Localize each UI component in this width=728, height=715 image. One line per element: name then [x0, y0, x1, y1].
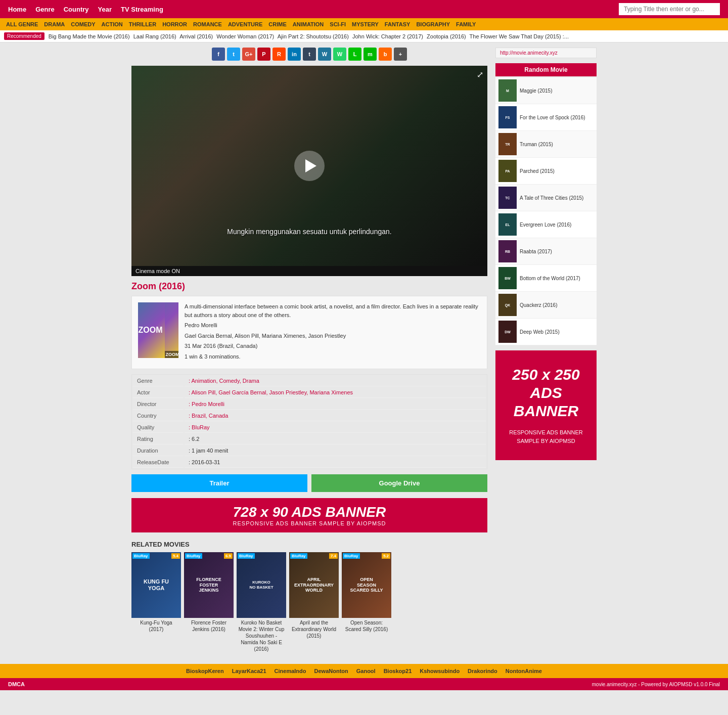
- rec-film-7[interactable]: The Flower We Saw That Day (2015) :...: [470, 33, 569, 39]
- genre-crime[interactable]: CRIME: [268, 21, 286, 27]
- director-label: Director: [133, 399, 184, 410]
- genre-mystery[interactable]: MYSTERY: [352, 21, 379, 27]
- random-thumb-3: PA: [498, 160, 517, 182]
- line-share-button[interactable]: L: [348, 48, 361, 61]
- footer-link-layarkaca21[interactable]: LayarKaca21: [232, 668, 266, 674]
- rec-film-6[interactable]: Zootopia (2016): [427, 33, 466, 39]
- random-movie-item-0[interactable]: M Maggie (2015): [495, 77, 597, 104]
- random-movie-name-1: For the Love of Spock (2016): [520, 114, 585, 121]
- genre-thriller[interactable]: THRILLER: [129, 21, 156, 27]
- genre-comedy[interactable]: COMEDY: [71, 21, 95, 27]
- whatsapp-share-button[interactable]: W: [333, 48, 346, 61]
- random-movie-name-0: Maggie (2015): [520, 87, 552, 94]
- random-thumb-9: DW: [498, 321, 517, 343]
- random-thumb-1: FS: [498, 106, 517, 128]
- video-player[interactable]: ⤢ Mungkin menggunakan sesuatu untuk perl…: [131, 66, 487, 266]
- rating-badge-4: 5.2: [382, 553, 390, 559]
- rec-film-0[interactable]: Big Bang Made the Movie (2016): [49, 33, 130, 39]
- random-movie-item-4[interactable]: TC A Tale of Three Cities (2015): [495, 185, 597, 211]
- quality-badge-0: BluRay: [132, 553, 150, 559]
- rating-badge-3: 7.4: [329, 553, 338, 559]
- random-movie-item-3[interactable]: PA Parched (2015): [495, 158, 597, 185]
- footer-link-notonanime[interactable]: NontonAnime: [506, 668, 542, 674]
- wordpress-share-button[interactable]: W: [318, 48, 331, 61]
- random-movie-item-1[interactable]: FS For the Love of Spock (2016): [495, 104, 597, 131]
- random-thumb-7: BW: [498, 267, 517, 289]
- twitter-share-button[interactable]: t: [227, 48, 240, 61]
- detail-duration-row: Duration : 1 jam 40 menit: [133, 445, 486, 456]
- genre-family[interactable]: FAMILY: [456, 21, 476, 27]
- rec-film-5[interactable]: John Wick: Chapter 2 (2017): [352, 33, 423, 39]
- footer-link-bioskop21[interactable]: Bioskop21: [384, 668, 412, 674]
- facebook-share-button[interactable]: f: [212, 48, 225, 61]
- genre-biography[interactable]: BIOGRAPHY: [416, 21, 450, 27]
- random-movie-item-5[interactable]: EL Evergreen Love (2016): [495, 211, 597, 238]
- more-share-button[interactable]: +: [394, 48, 407, 61]
- genre-fantasy[interactable]: FANTASY: [385, 21, 411, 27]
- nav-country[interactable]: Country: [64, 2, 89, 17]
- genre-drama[interactable]: DRAMA: [44, 21, 65, 27]
- random-thumb-5: EL: [498, 213, 517, 236]
- nav-tvstreaming[interactable]: TV Streaming: [121, 2, 163, 17]
- random-movie-name-9: Deep Web (2015): [520, 329, 560, 335]
- nav-year[interactable]: Year: [98, 2, 112, 17]
- dmca-link[interactable]: DMCA: [8, 681, 25, 687]
- genre-animation[interactable]: ANIMATION: [293, 21, 324, 27]
- linkedin-share-button[interactable]: in: [288, 48, 301, 61]
- random-movie-item-6[interactable]: RB Raabta (2017): [495, 238, 597, 265]
- footer-link-kshowsubindo[interactable]: Kshowsubindo: [420, 668, 460, 674]
- pinterest-share-button[interactable]: P: [257, 48, 270, 61]
- expand-icon[interactable]: ⤢: [477, 70, 483, 79]
- trailer-button[interactable]: Trailer: [131, 474, 307, 492]
- video-subtitle: Mungkin menggunakan sesuatu untuk perlin…: [227, 228, 391, 236]
- genre-adventure[interactable]: ADVENTURE: [228, 21, 262, 27]
- random-movie-item-7[interactable]: BW Bottom of the World (2017): [495, 265, 597, 292]
- rating-label: Rating: [133, 434, 184, 444]
- random-thumb-6: RB: [498, 240, 517, 262]
- movie-description: A multi-dimensional interface between a …: [185, 302, 481, 363]
- random-movie-item-8[interactable]: QK Quackerz (2016): [495, 292, 597, 319]
- wechat-share-button[interactable]: m: [363, 48, 377, 61]
- recommended-bar: Recommended Big Bang Made the Movie (201…: [0, 30, 728, 42]
- related-card-3[interactable]: APRILEXTRAORDINARYWORLD BluRay 7.4 April…: [289, 552, 339, 654]
- movie-poster: ZOOM ZOOM: [138, 302, 178, 358]
- movie-awards: 1 win & 3 nominations.: [185, 352, 481, 361]
- random-movie-name-5: Evergreen Love (2016): [520, 221, 571, 228]
- genre-romance[interactable]: ROMANCE: [193, 21, 222, 27]
- detail-country-row: Country : Brazil, Canada: [133, 411, 486, 421]
- related-card-1[interactable]: FLORENCEFOSTERJENKINS BluRay 6.9 Florenc…: [184, 552, 234, 654]
- genre-action[interactable]: ACTION: [102, 21, 123, 27]
- search-input[interactable]: [619, 3, 720, 15]
- genre-all[interactable]: ALL GENRE: [6, 21, 38, 27]
- sidebar-ads-small-text: RESPONSIVE ADS BANNERSAMPLE BY AIOPMSD: [504, 428, 588, 445]
- genre-scifi[interactable]: SCI-FI: [330, 21, 346, 27]
- play-button[interactable]: [294, 151, 325, 181]
- related-card-4[interactable]: OPENSEASONSCARED SILLY BluRay 5.2 Open S…: [342, 552, 391, 654]
- related-card-2[interactable]: KUROKONO BASKET BluRay Kuroko No Basket …: [237, 552, 286, 654]
- top-navigation: Home Genre Country Year TV Streaming: [0, 0, 728, 18]
- rec-film-2[interactable]: Arrival (2016): [179, 33, 213, 39]
- rec-film-3[interactable]: Wonder Woman (2017): [216, 33, 274, 39]
- footer-link-ganool[interactable]: Ganool: [356, 668, 376, 674]
- related-card-0[interactable]: KUNG FUYOGA BluRay 5.4 Kung-Fu Yoga (201…: [131, 552, 181, 654]
- rec-film-4[interactable]: Ajin Part 2: Shoutotsu (2016): [278, 33, 349, 39]
- related-thumb-1: FLORENCEFOSTERJENKINS BluRay 6.9: [184, 552, 234, 618]
- releasedate-label: ReleaseDate: [133, 457, 184, 468]
- footer-link-dewanonton[interactable]: DewaNonton: [314, 668, 348, 674]
- random-movie-item-9[interactable]: DW Deep Web (2015): [495, 319, 597, 345]
- genre-horror[interactable]: HORROR: [162, 21, 187, 27]
- movie-desc-text: A multi-dimensional interface between a …: [185, 302, 481, 319]
- nav-home[interactable]: Home: [8, 2, 26, 17]
- rec-film-1[interactable]: Laal Rang (2016): [133, 33, 176, 39]
- footer-link-drakorindo[interactable]: Drakorindo: [468, 668, 497, 674]
- google-plus-share-button[interactable]: G+: [242, 48, 255, 61]
- blogger-share-button[interactable]: b: [379, 48, 392, 61]
- related-label-1: Florence Foster Jenkins (2016): [184, 618, 234, 634]
- tumblr-share-button[interactable]: t: [303, 48, 316, 61]
- random-movie-item-2[interactable]: TR Truman (2015): [495, 131, 597, 158]
- footer-link-bioskopmaren[interactable]: BioskopKeren: [186, 668, 224, 674]
- reddit-share-button[interactable]: R: [272, 48, 286, 61]
- footer-link-cinemaindo[interactable]: CinemaIndo: [275, 668, 306, 674]
- google-drive-button[interactable]: Google Drive: [311, 474, 487, 492]
- nav-genre[interactable]: Genre: [35, 2, 55, 17]
